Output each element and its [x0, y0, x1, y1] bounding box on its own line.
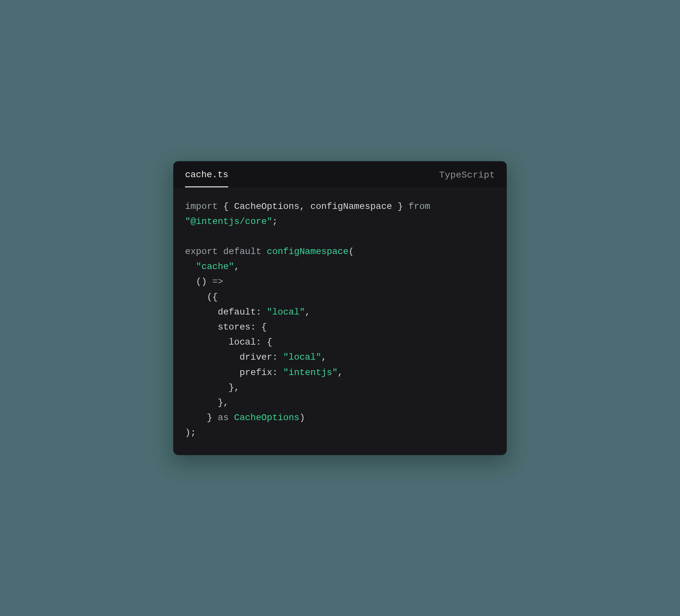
code-header: cache.ts TypeScript [173, 161, 507, 187]
code-line-14: }, [185, 395, 495, 410]
code-line-3 [185, 229, 495, 244]
code-line-5: "cache", [185, 259, 495, 274]
code-line-8: default: "local", [185, 305, 495, 320]
code-line-16: ); [185, 425, 495, 441]
language-label: TypeScript [439, 170, 495, 187]
code-line-15: } as CacheOptions) [185, 410, 495, 425]
code-line-1: import { CacheOptions, configNamespace }… [185, 199, 495, 214]
code-line-2: "@intentjs/core"; [185, 214, 495, 229]
code-line-4: export default configNamespace( [185, 244, 495, 259]
code-line-12: prefix: "intentjs", [185, 365, 495, 380]
code-line-7: ({ [185, 290, 495, 305]
filename-tab[interactable]: cache.ts [185, 170, 228, 187]
code-body[interactable]: import { CacheOptions, configNamespace }… [173, 187, 507, 455]
code-line-13: }, [185, 380, 495, 395]
code-line-6: () => [185, 274, 495, 289]
code-line-11: driver: "local", [185, 350, 495, 365]
code-line-9: stores: { [185, 320, 495, 335]
code-line-10: local: { [185, 335, 495, 350]
code-window: cache.ts TypeScript import { CacheOption… [173, 161, 507, 455]
